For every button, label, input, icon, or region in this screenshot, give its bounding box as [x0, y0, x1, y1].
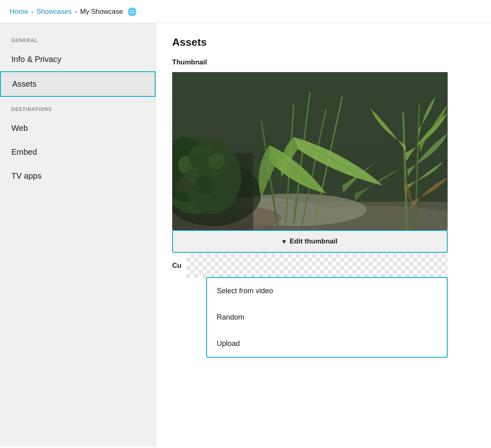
custom-thumbnail-area [186, 254, 448, 278]
sidebar-item-tv-apps[interactable]: TV apps [0, 164, 156, 188]
thumbnail-label: Thumbnail [172, 58, 475, 66]
globe-icon: 🌐 [128, 7, 137, 16]
sidebar: GENERAL Info & Privacy Assets DESTINATIO… [0, 23, 156, 447]
svg-rect-28 [172, 72, 448, 230]
page-title: Assets [172, 36, 475, 49]
breadcrumb: Home › Showcases › My Showcase 🌐 [0, 0, 491, 23]
layout: GENERAL Info & Privacy Assets DESTINATIO… [0, 23, 491, 447]
dropdown-random[interactable]: Random [207, 304, 447, 331]
breadcrumb-sep-1: › [31, 9, 33, 15]
sidebar-general-label: GENERAL [0, 38, 156, 47]
chevron-down-icon: ▾ [282, 238, 286, 245]
sidebar-destinations: DESTINATIONS Web Embed TV apps [0, 107, 156, 188]
edit-thumbnail-label: Edit thumbnail [290, 237, 337, 245]
edit-thumbnail-section: ▾ Edit thumbnail Cu Select from video Ra… [172, 230, 448, 358]
dropdown-wrapper: Select from video Random Upload [189, 277, 448, 358]
sidebar-item-web[interactable]: Web [0, 116, 156, 140]
thumbnail-svg [172, 72, 448, 230]
thumbnail-image [172, 72, 448, 230]
sidebar-item-embed[interactable]: Embed [0, 140, 156, 164]
sidebar-item-info-privacy[interactable]: Info & Privacy [0, 47, 156, 71]
custom-label: Cu [172, 258, 181, 273]
custom-section: Cu [172, 254, 448, 278]
sidebar-item-assets[interactable]: Assets [0, 71, 156, 97]
breadcrumb-sep-2: › [75, 9, 77, 15]
breadcrumb-home[interactable]: Home [10, 8, 28, 16]
breadcrumb-current: My Showcase [80, 8, 123, 16]
sidebar-destinations-label: DESTINATIONS [0, 107, 156, 116]
edit-thumbnail-dropdown: Select from video Random Upload [206, 277, 448, 358]
dropdown-upload[interactable]: Upload [207, 331, 447, 357]
main-content: Assets Thumbnail [156, 23, 491, 447]
dropdown-select-from-video[interactable]: Select from video [207, 278, 447, 304]
edit-thumbnail-button[interactable]: ▾ Edit thumbnail [172, 230, 448, 253]
breadcrumb-showcases[interactable]: Showcases [36, 8, 72, 16]
